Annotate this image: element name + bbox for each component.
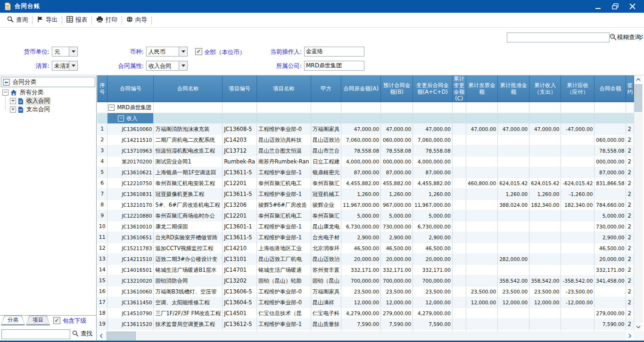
dropdown-arrow-icon[interactable] — [179, 61, 187, 70]
cell-appr[interactable] — [498, 211, 529, 221]
column-header-recv[interactable]: 累计应收（应付） — [561, 75, 594, 102]
cell-party[interactable]: 仁宝电子科 — [311, 308, 341, 319]
cell-n[interactable]: 13 — [97, 254, 107, 265]
category-switch-icon[interactable] — [3, 79, 10, 86]
cell-inv[interactable]: 23,500.00 — [466, 286, 497, 297]
cell-appr[interactable]: 388,024.00 — [498, 200, 529, 211]
column-header-appr[interactable]: 累计批准金额 — [498, 75, 529, 102]
cell-party[interactable]: 昆山迈致治 — [311, 254, 341, 265]
cell-code[interactable]: JC13610651 — [107, 232, 154, 243]
cell-inv[interactable] — [466, 319, 497, 330]
column-header-a[interactable]: 合同原金额(A) — [341, 75, 381, 102]
collapse-icon[interactable]: − — [118, 115, 124, 122]
cell-code[interactable]: JC13610060 — [107, 286, 154, 297]
group-row-income[interactable]: −收入 — [97, 113, 634, 124]
cell-acd[interactable]: 332,171.00 — [413, 265, 453, 276]
cell-appr[interactable] — [498, 135, 529, 146]
cell-party[interactable]: 苏州资丰置 — [311, 265, 341, 276]
table-row[interactable]: 19JC13611520技术监督局空调更换工程JC13612-5工程维护事业部-… — [97, 319, 634, 330]
cell-acd[interactable]: 7,060,000.00 — [413, 135, 453, 146]
cell-extra[interactable]: 2 — [626, 178, 634, 189]
cell-c[interactable] — [452, 319, 466, 330]
tree-item-all-categories[interactable]: − 所有分类 — [2, 89, 44, 97]
table-row[interactable]: 14JC14016501铭城生活广场暖通B1层水JC14701铭城生活广场暖通苏… — [97, 265, 634, 276]
settle-select[interactable]: 未清算 — [52, 61, 78, 71]
column-header-bal[interactable]: 合同余额 — [594, 75, 626, 102]
cell-name[interactable]: 恒温恒湿机配电改造工程 — [154, 146, 223, 156]
cell-code[interactable]: JC13210170 — [107, 200, 154, 211]
cell-acd[interactable]: 6,730,000.00 — [413, 221, 453, 232]
cell-appr[interactable]: 358,542.00 — [498, 276, 529, 286]
cell-party[interactable]: 泰州百脑汇 — [311, 178, 341, 189]
cell-recv[interactable] — [561, 243, 594, 254]
cell-pcode[interactable]: JC14210 — [223, 243, 257, 254]
tab-category[interactable]: 分类 — [1, 316, 25, 326]
cell-code[interactable]: JC13610621 — [107, 167, 154, 178]
contract-attr-select[interactable]: 收入合同 — [146, 61, 188, 71]
cell-pname[interactable]: 固铂（昆山）轮胎 — [257, 276, 311, 286]
cell-bal[interactable]: 000,000.00 — [594, 156, 626, 167]
cell-n[interactable]: 3 — [97, 146, 107, 156]
cell-a[interactable]: 46,500.00 — [341, 243, 381, 254]
cell-name[interactable]: 台光RD实验室开槽做管路 — [154, 232, 223, 243]
cell-code[interactable]: JC12210880 — [107, 211, 154, 221]
cell-code[interactable]: JC13210020 — [107, 276, 154, 286]
cell-acd[interactable]: 46,500.00 — [413, 243, 453, 254]
cell-income[interactable] — [529, 265, 561, 276]
cell-pname[interactable]: 昆山迈致工厂机电 — [257, 254, 311, 265]
table-row[interactable]: 3JC13710963恒温恒湿机配电改造工程JC13712昆山兰台图文恒温昆山市… — [97, 146, 634, 156]
cell-inv[interactable] — [466, 156, 497, 167]
cell-extra[interactable]: 2 — [626, 243, 634, 254]
cell-pname[interactable]: 昆山兰台图文恒温 — [257, 146, 311, 156]
cell-inv[interactable]: 47,000.00 — [466, 124, 497, 135]
cell-extra[interactable]: 2 — [626, 124, 634, 135]
currency-unit-select[interactable]: 元 — [52, 47, 78, 57]
cell-pcode[interactable]: JC13101 — [223, 254, 257, 265]
cell-name[interactable]: 上海银鼎一期1F空调送回 — [154, 167, 223, 178]
cell-recv[interactable] — [561, 146, 594, 156]
cell-bal[interactable]: 5,000.00 — [594, 211, 626, 221]
cell-extra[interactable]: 2 — [626, 211, 634, 221]
table-row[interactable]: 13JC14211510迈致二期3#办公楼设计变JC13101昆山迈致工厂机电昆… — [97, 254, 634, 265]
cell-bal[interactable]: 7,590.00 — [594, 319, 626, 330]
cell-party[interactable]: 昆山市兰台 — [311, 146, 341, 156]
cell-income[interactable] — [529, 156, 561, 167]
cell-inv[interactable] — [466, 211, 497, 221]
cell-b[interactable]: 060,000.00 — [381, 135, 413, 146]
cell-income[interactable] — [529, 232, 561, 243]
cell-income[interactable] — [529, 254, 561, 265]
cell-bal[interactable]: 279,000.00 — [594, 308, 626, 319]
cell-inv[interactable] — [466, 254, 497, 265]
cell-a[interactable]: 6,730,000.00 — [341, 221, 381, 232]
cell-a[interactable]: 4,455,882.00 — [341, 178, 381, 189]
cell-code[interactable]: JC14016501 — [107, 265, 154, 276]
cell-party[interactable]: 万福阁家具 — [311, 124, 341, 135]
cell-b[interactable]: 23,500.00 — [381, 286, 413, 297]
cell-extra[interactable]: 2 — [626, 221, 634, 232]
cell-code[interactable]: JC13611450 — [107, 297, 154, 308]
cell-appr[interactable] — [498, 232, 529, 243]
cell-income[interactable]: 47,000.00 — [529, 124, 561, 135]
cell-party[interactable]: 昆山康龙电 — [311, 221, 341, 232]
cell-income[interactable] — [529, 146, 561, 156]
cell-bal[interactable]: 831,866.58 — [594, 178, 626, 189]
cell-pcode[interactable]: Rumbek-Ra — [223, 156, 257, 167]
cell-b[interactable]: 332,171.00 — [381, 265, 413, 276]
cell-name[interactable]: 铭城生活广场暖通B1层水 — [154, 265, 223, 276]
tree-item-expense-contracts[interactable]: + 支出合同 — [10, 106, 51, 114]
cell-a[interactable]: 2,900.00 — [341, 232, 381, 243]
cell-pcode[interactable]: JC13606-5 — [223, 286, 257, 297]
cell-appr[interactable] — [498, 319, 529, 330]
column-header-name[interactable]: 合同名称 — [154, 75, 223, 102]
cell-b[interactable]: 87,000.00 — [381, 167, 413, 178]
column-header-b[interactable]: 预计合同金额(B) — [381, 75, 413, 102]
cell-inv[interactable]: 12,000.00 — [466, 297, 497, 308]
column-header-pname[interactable]: 项目名称 — [257, 75, 311, 102]
table-row[interactable]: 1JC13610060万福阁消防泡沫液充装JC13608-5工程维护事业部-0万… — [97, 124, 634, 135]
cell-appr[interactable]: 1,260.00 — [498, 189, 529, 200]
cell-recv[interactable] — [561, 265, 594, 276]
cell-acd[interactable]: 23,500.00 — [413, 286, 453, 297]
group-row-company-cell[interactable]: −MRD鼎世集团 — [107, 102, 154, 113]
cell-recv[interactable]: -624,015.42 — [561, 178, 594, 189]
cell-party[interactable]: 日立工程建 — [311, 156, 341, 167]
